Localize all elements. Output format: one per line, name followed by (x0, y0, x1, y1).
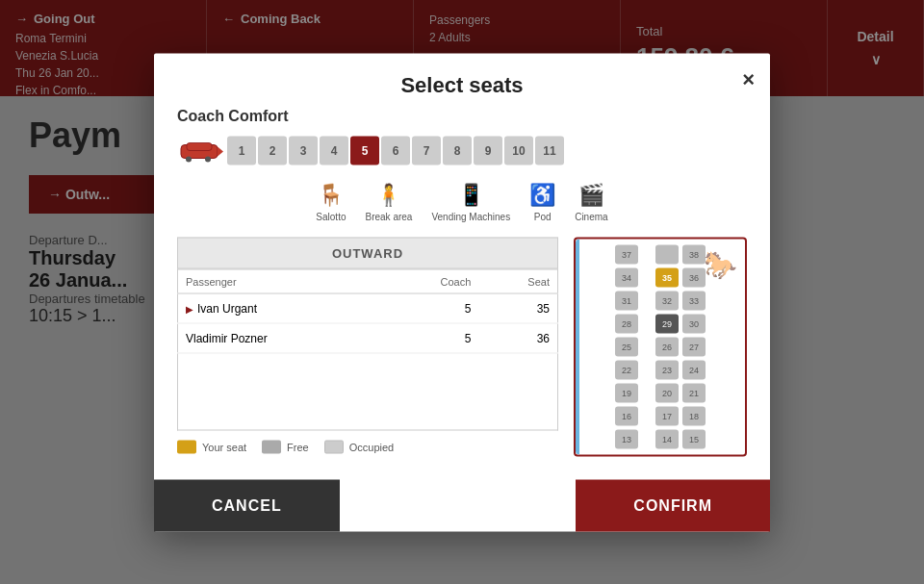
coach-10[interactable]: 10 (504, 136, 533, 165)
pod-icon: ♿ (529, 182, 555, 207)
seat-22[interactable]: 22 (615, 360, 638, 379)
legend-your-seat: Your seat (177, 440, 246, 453)
seat-19[interactable]: 19 (615, 383, 638, 402)
cinema-icon: 🎬 (578, 182, 604, 207)
passenger-name-2: Vladimir Pozner (178, 323, 382, 353)
table-row: Vladimir Pozner 5 36 (178, 323, 558, 353)
your-seat-box (177, 440, 196, 453)
passenger-seat-1: 35 (478, 293, 557, 323)
seat-35[interactable]: 35 (655, 267, 679, 287)
seat-38[interactable]: 38 (682, 244, 706, 264)
seat-map: 🐎 37 38 34 35 36 (574, 237, 747, 456)
seat-16[interactable]: 16 (615, 406, 638, 425)
vending-icon: 📱 (458, 182, 484, 207)
seat-24[interactable]: 24 (682, 360, 706, 379)
train-icon (177, 134, 225, 166)
free-box (262, 440, 281, 453)
svg-point-3 (186, 156, 192, 162)
seat-17[interactable]: 17 (655, 406, 679, 425)
seat-26[interactable]: 26 (655, 337, 679, 356)
salotto-icon: 🪑 (318, 182, 344, 207)
vending-label: Vending Machines (431, 211, 510, 221)
seat-36[interactable]: 36 (682, 267, 706, 287)
passenger-arrow-icon: ▶ (186, 303, 193, 314)
your-seat-label: Your seat (202, 441, 246, 452)
coach-1[interactable]: 1 (227, 136, 256, 165)
modal-header: Select seats × (154, 53, 770, 107)
modal-body: Coach Comfort 1 2 3 4 5 6 7 8 9 10 1 (154, 107, 770, 471)
seat-row: 28 29 30 (581, 314, 739, 333)
seat-legend: Your seat Free Occupied (177, 440, 558, 453)
table-area: OUTWARD Passenger Coach Seat ▶Ivan Urgan… (177, 237, 558, 456)
amenities-bar: 🪑 Salotto 🧍 Break area 📱 Vending Machine… (177, 182, 747, 221)
seat-map-left-bar (576, 239, 579, 454)
modal-main: OUTWARD Passenger Coach Seat ▶Ivan Urgan… (177, 237, 747, 456)
amenity-cinema: 🎬 Cinema (575, 182, 607, 221)
seat-14[interactable]: 14 (655, 429, 679, 448)
amenity-break-area: 🧍 Break area (366, 182, 413, 221)
seat-25[interactable]: 25 (615, 337, 638, 356)
svg-point-4 (205, 156, 211, 162)
seat-28[interactable]: 28 (615, 314, 638, 333)
break-area-label: Break area (366, 211, 413, 221)
coach-2[interactable]: 2 (258, 136, 287, 165)
passenger-coach-2: 5 (382, 323, 478, 353)
seat-13[interactable]: 13 (615, 429, 638, 448)
passenger-name-1: ▶Ivan Urgant (178, 293, 382, 323)
seat-20[interactable]: 20 (655, 383, 679, 402)
coach-8[interactable]: 8 (443, 136, 472, 165)
cinema-label: Cinema (575, 211, 607, 221)
seat-21[interactable]: 21 (682, 383, 706, 402)
seat-row: 16 17 18 (581, 406, 739, 425)
seat-33[interactable]: 33 (682, 291, 706, 310)
coach-6[interactable]: 6 (381, 136, 410, 165)
col-coach: Coach (382, 269, 478, 293)
coach-5[interactable]: 5 (350, 136, 379, 165)
col-seat: Seat (478, 269, 557, 293)
seat-row: 31 32 33 (581, 291, 739, 310)
coach-11[interactable]: 11 (535, 136, 564, 165)
seat-32[interactable]: 32 (655, 291, 679, 310)
coach-3[interactable]: 3 (289, 136, 318, 165)
seat-29[interactable]: 29 (655, 314, 679, 333)
pod-label: Pod (534, 211, 552, 221)
select-seats-modal: Select seats × Coach Comfort 1 2 3 4 5 6… (154, 53, 770, 531)
seat-row: 22 23 24 (581, 360, 739, 379)
table-spacer (177, 353, 558, 430)
seat-row: 25 26 27 (581, 337, 739, 356)
cancel-button[interactable]: CANCEL (154, 479, 340, 531)
seat-27[interactable]: 27 (682, 337, 706, 356)
seat-23[interactable]: 23 (655, 360, 679, 379)
col-passenger: Passenger (178, 269, 382, 293)
break-area-icon: 🧍 (375, 182, 401, 207)
amenity-salotto: 🪑 Salotto (316, 182, 346, 221)
confirm-button[interactable]: CONFIRM (576, 479, 770, 531)
seat-31[interactable]: 31 (615, 291, 638, 310)
seat-30[interactable]: 30 (682, 314, 706, 333)
seat-row: 13 14 15 (581, 429, 739, 448)
passenger-coach-1: 5 (382, 293, 478, 323)
coach-label: Coach Comfort (177, 107, 747, 124)
seat-34[interactable]: 34 (615, 267, 638, 287)
seat-row: 19 20 21 (581, 383, 739, 402)
coach-4[interactable]: 4 (320, 136, 348, 165)
table-row: ▶Ivan Urgant 5 35 (178, 293, 558, 323)
modal-title: Select seats (400, 72, 523, 97)
occupied-label: Occupied (349, 441, 394, 452)
seat-15[interactable]: 15 (682, 429, 706, 448)
legend-free: Free (262, 440, 309, 453)
modal-close-button[interactable]: × (742, 66, 755, 91)
seat-37[interactable]: 37 (615, 244, 638, 264)
legend-occupied: Occupied (324, 440, 394, 453)
coach-9[interactable]: 9 (474, 136, 502, 165)
free-label: Free (287, 441, 309, 452)
trenitalia-logo-icon: 🐎 (704, 248, 737, 280)
amenity-vending: 📱 Vending Machines (431, 182, 510, 221)
coach-7[interactable]: 7 (412, 136, 441, 165)
outward-label: OUTWARD (177, 237, 558, 268)
train-coach-selector: 1 2 3 4 5 6 7 8 9 10 11 (177, 134, 747, 166)
salotto-label: Salotto (316, 211, 346, 221)
seat-18[interactable]: 18 (682, 406, 706, 425)
seat-assignment-table: Passenger Coach Seat ▶Ivan Urgant 5 35 (177, 268, 558, 353)
occupied-box (324, 440, 344, 453)
